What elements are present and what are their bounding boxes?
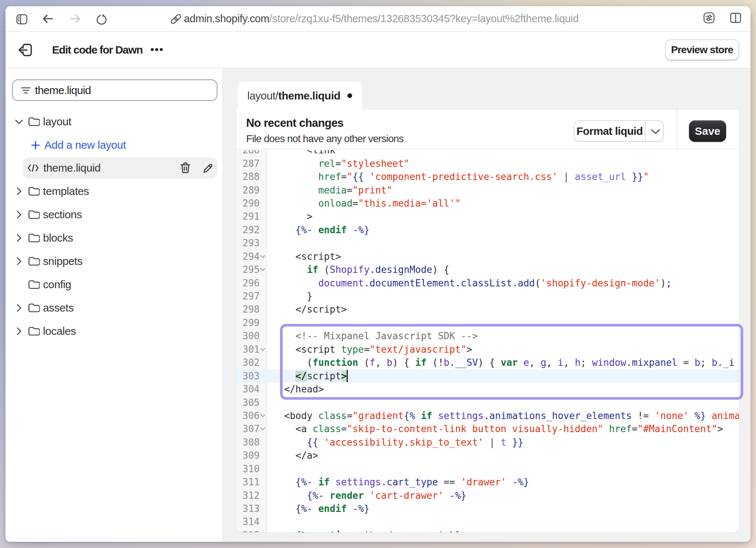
line-number: 299 xyxy=(236,316,260,329)
sidebar-item-config[interactable]: config xyxy=(5,274,223,295)
code-text: </a> xyxy=(284,449,318,462)
back-icon[interactable] xyxy=(43,14,54,23)
line-number: 309 xyxy=(236,449,260,462)
code-line-298[interactable]: 298 </script> xyxy=(236,303,739,316)
chevron-down-icon[interactable] xyxy=(651,129,660,134)
code-line-286[interactable]: 286 <link xyxy=(236,150,739,157)
code-line-294[interactable]: 294 <script> xyxy=(236,250,739,263)
code-line-314[interactable]: 314 xyxy=(236,515,739,528)
sidebar-item-snippets[interactable]: snippets xyxy=(5,251,223,272)
sidebar-item-theme.liquid[interactable]: theme.liquid xyxy=(5,157,223,179)
code-line-305[interactable]: 305 xyxy=(236,396,739,409)
line-number: 300 xyxy=(236,329,260,342)
code-editor[interactable]: 286 <link287 rel="stylesheet"288 href="{… xyxy=(236,150,739,532)
code-line-300[interactable]: 300 <!-- Mixpanel Javascript SDK --> xyxy=(236,329,739,342)
code-line-290[interactable]: 290 onload="this.media='all'" xyxy=(236,197,739,210)
reload-icon[interactable] xyxy=(96,14,107,25)
line-number: 310 xyxy=(236,462,260,475)
code-line-297[interactable]: 297 } xyxy=(236,290,739,303)
code-line-288[interactable]: 288 href="{{ 'component-predictive-searc… xyxy=(236,170,739,183)
code-line-296[interactable]: 296 document.documentElement.classList.a… xyxy=(236,277,739,290)
chevron-right-icon[interactable] xyxy=(17,257,21,265)
code-text: </head> xyxy=(284,383,324,396)
code-line-310[interactable]: 310 xyxy=(236,462,739,475)
fold-chevron-icon[interactable] xyxy=(260,255,265,258)
format-liquid-button[interactable]: Format liquid xyxy=(574,120,664,142)
sidebar-item-locales[interactable]: locales xyxy=(5,321,223,342)
code-line-311[interactable]: 311 {%- if settings.cart_type == 'drawer… xyxy=(236,475,739,489)
url-bar[interactable]: admin.shopify.com/store/rzq1xu-f5/themes… xyxy=(184,6,579,31)
line-number: 290 xyxy=(236,197,260,210)
tab-theme-liquid[interactable]: layout/theme.liquid xyxy=(238,82,362,110)
line-number: 304 xyxy=(236,383,260,396)
code-line-303[interactable]: 303 </script> xyxy=(236,369,739,383)
status-subtitle: File does not have any other versions xyxy=(246,133,403,145)
format-button-divider xyxy=(645,121,646,141)
code-line-295[interactable]: 295 if (Shopify.designMode) { xyxy=(236,263,739,276)
chevron-right-icon[interactable] xyxy=(17,211,21,219)
editor-card: No recent changes File does not have any… xyxy=(236,110,739,532)
line-number: 294 xyxy=(236,250,260,263)
fold-chevron-icon[interactable] xyxy=(260,348,265,351)
sidebar-item-sections[interactable]: sections xyxy=(5,204,223,225)
url-path: /store/rzq1xu-f5/themes/132683530345?key… xyxy=(269,13,579,25)
toolbar-divider xyxy=(677,110,677,149)
rename-icon[interactable] xyxy=(202,162,214,174)
line-number: 286 xyxy=(236,150,260,157)
chevron-down-icon[interactable] xyxy=(15,120,23,124)
code-line-309[interactable]: 309 </a> xyxy=(236,449,739,462)
search-value: theme.liquid xyxy=(35,80,91,100)
fold-chevron-icon[interactable] xyxy=(260,414,265,418)
code-text: rel="stylesheet" xyxy=(284,157,409,170)
chevron-right-icon[interactable] xyxy=(17,327,21,335)
code-text: <script> xyxy=(284,250,341,263)
code-text: (function (f, b) { if (!b.__SV) { var e,… xyxy=(284,356,735,369)
code-line-302[interactable]: 302 (function (f, b) { if (!b.__SV) { va… xyxy=(236,356,739,369)
sidebar-item-blocks[interactable]: blocks xyxy=(5,227,223,248)
code-line-308[interactable]: 308 {{ 'accessibility.skip_to_text' | t … xyxy=(236,436,739,449)
page-settings-icon[interactable] xyxy=(703,12,715,24)
folder-icon xyxy=(28,210,40,219)
code-line-313[interactable]: 313 {%- endif -%} xyxy=(236,502,739,515)
code-text: </script> xyxy=(284,369,347,383)
browser-window: admin.shopify.com/store/rzq1xu-f5/themes… xyxy=(5,6,751,542)
code-line-315[interactable]: 315 {% sections 'header-group' %} xyxy=(236,529,739,532)
code-line-287[interactable]: 287 rel="stylesheet" xyxy=(236,157,739,170)
code-line-306[interactable]: 306<body class="gradient{% if settings.a… xyxy=(236,409,739,422)
sidebar: theme.liquid layoutAdd a new layouttheme… xyxy=(5,68,223,542)
line-number: 302 xyxy=(236,356,260,369)
tree-item-label: Add a new layout xyxy=(44,134,126,156)
code-text: {%- render 'cart-drawer' -%} xyxy=(284,489,466,502)
code-line-291[interactable]: 291 > xyxy=(236,210,739,223)
file-search-input[interactable]: theme.liquid xyxy=(12,79,217,101)
sidebar-item-layout[interactable]: layout xyxy=(5,111,223,132)
code-line-292[interactable]: 292 {%- endif -%} xyxy=(236,223,739,236)
code-line-293[interactable]: 293 xyxy=(236,236,739,250)
save-button[interactable]: Save xyxy=(689,120,726,142)
code-line-312[interactable]: 312 {%- render 'cart-drawer' -%} xyxy=(236,489,739,502)
fold-chevron-icon[interactable] xyxy=(260,268,265,271)
chevron-right-icon[interactable] xyxy=(17,304,21,312)
sidebar-toggle-icon[interactable] xyxy=(16,14,27,24)
code-line-304[interactable]: 304</head> xyxy=(236,383,739,396)
preview-store-button[interactable]: Preview store xyxy=(665,39,739,60)
sidebar-item-assets[interactable]: assets xyxy=(5,297,223,318)
code-line-289[interactable]: 289 media="print" xyxy=(236,184,739,197)
chevron-right-icon[interactable] xyxy=(17,187,21,195)
delete-icon[interactable] xyxy=(180,162,191,174)
code-text: <script type="text/javascript"> xyxy=(284,343,472,356)
sidebar-action-add-a-new-layout[interactable]: Add a new layout xyxy=(5,134,223,156)
more-actions-icon[interactable] xyxy=(150,47,165,52)
fold-chevron-icon[interactable] xyxy=(260,427,265,431)
forward-icon[interactable] xyxy=(70,14,80,23)
code-text: media="print" xyxy=(284,184,392,197)
split-view-icon[interactable] xyxy=(730,13,741,23)
code-line-307[interactable]: 307 <a class="skip-to-content-link butto… xyxy=(236,422,739,435)
code-line-299[interactable]: 299 xyxy=(236,316,739,329)
chevron-right-icon[interactable] xyxy=(17,234,21,242)
sidebar-item-templates[interactable]: templates xyxy=(5,181,223,202)
exit-editor-icon[interactable] xyxy=(17,42,32,57)
code-text: if (Shopify.designMode) { xyxy=(284,263,449,276)
format-liquid-label: Format liquid xyxy=(574,121,645,141)
code-line-301[interactable]: 301 <script type="text/javascript"> xyxy=(236,343,739,356)
